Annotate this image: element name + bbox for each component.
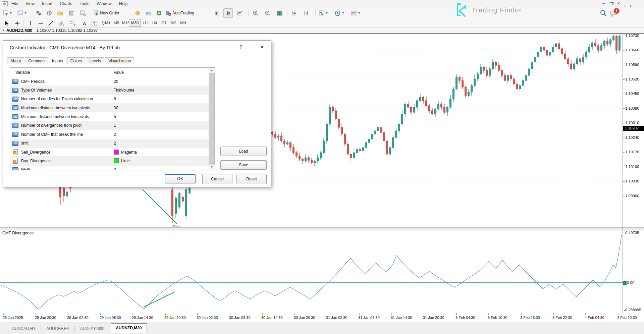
parameter-value[interactable]: 5 <box>110 112 209 121</box>
input-row[interactable]: 123Number of CMF that break the line2 <box>10 130 209 139</box>
mt4-app-icon <box>2 1 8 6</box>
profiles-button[interactable] <box>17 8 27 18</box>
input-row[interactable]: 123Maximum distance between two pivots30 <box>10 104 209 112</box>
parameter-value[interactable]: Magenta <box>110 148 209 156</box>
time-axis-label: 3 Feb 10:30 <box>488 316 507 320</box>
market-watch-button[interactable] <box>34 8 43 18</box>
data-window-button[interactable] <box>67 8 76 18</box>
line-chart-mode-button[interactable] <box>235 8 244 18</box>
parameter-value[interactable]: 20 <box>110 77 209 86</box>
horizontal-line-tool-button[interactable] <box>36 19 45 27</box>
metaeditor-button[interactable] <box>133 8 142 18</box>
window-restore-button[interactable] <box>608 1 614 6</box>
save-button[interactable]: Save <box>220 160 267 170</box>
input-row[interactable]: 123shift2 <box>10 139 209 148</box>
templates-button[interactable] <box>350 8 361 18</box>
text-tool-button[interactable]: A <box>80 19 89 27</box>
candlestick-mode-button[interactable] <box>223 8 233 18</box>
text-label-tool-button[interactable]: T <box>90 19 99 27</box>
tab-prev-icon[interactable]: ‹ <box>624 3 630 8</box>
scrollbar-thumb[interactable] <box>209 73 215 165</box>
scroll-down-button[interactable]: ▼ <box>209 164 215 170</box>
tab-scroll-arrows[interactable]: ‹› <box>624 3 635 8</box>
fibonacci-tool-button[interactable]: F <box>68 19 77 27</box>
timeframe-mn[interactable]: MN <box>178 19 189 27</box>
input-row[interactable]: Sell_DivergenceMagenta <box>10 148 209 157</box>
menu-file[interactable]: File <box>8 0 22 7</box>
parameter-value[interactable]: 2 <box>110 166 209 170</box>
parameter-value[interactable]: Lime <box>110 157 209 165</box>
menu-tools[interactable]: Tools <box>76 0 93 7</box>
input-row[interactable]: 123Number of divergences from pivot1 <box>10 121 209 130</box>
dialog-tab-levels[interactable]: Levels <box>86 57 104 64</box>
parameter-value[interactable]: 2 <box>110 130 209 138</box>
dialog-tab-inputs[interactable]: Inputs <box>49 57 66 64</box>
crosshair-tool-button[interactable] <box>13 19 21 27</box>
trendline-tool-button[interactable] <box>46 19 55 27</box>
parameter-value[interactable]: 2 <box>110 139 209 148</box>
new-order-button[interactable]: New Order <box>93 8 121 18</box>
tile-windows-button[interactable] <box>275 8 284 18</box>
chart-tab-audjpy-m30[interactable]: AUDJPY,M30 <box>75 325 109 333</box>
menu-view[interactable]: View <box>22 0 38 7</box>
parameter-value[interactable]: 30 <box>110 104 209 112</box>
vertical-line-tool-button[interactable] <box>26 19 35 27</box>
input-row[interactable]: 123Width2 <box>10 166 209 170</box>
chart-tab-audcad-h1[interactable]: AUDCAD,H1 <box>7 325 40 333</box>
chart-tab-audnzd-m30[interactable]: AUDNZD,M30 <box>111 323 147 333</box>
dialog-resize-grip[interactable] <box>267 183 269 185</box>
cancel-button[interactable]: Cancel <box>202 174 232 184</box>
timeframe-h4[interactable]: H4 <box>150 19 160 27</box>
indicators-button[interactable] <box>318 8 328 18</box>
input-row[interactable]: 123Number of candles for Pivots calculat… <box>10 95 209 104</box>
load-button[interactable]: Load <box>220 147 267 156</box>
window-close-button[interactable]: ✕ <box>616 1 621 6</box>
new-chart-button[interactable] <box>2 8 12 18</box>
ok-button[interactable]: OK <box>165 174 196 183</box>
timeframe-h1[interactable]: H1 <box>141 19 151 27</box>
symbol-dropdown-icon[interactable]: ▼ <box>2 29 5 32</box>
dialog-tab-visualization[interactable]: Visualization <box>105 57 134 64</box>
timeframe-m30[interactable]: M30 <box>129 19 141 27</box>
menu-window[interactable]: Window <box>93 0 115 7</box>
table-scrollbar[interactable]: ▲ ▼ <box>209 68 215 170</box>
menu-charts[interactable]: Charts <box>56 0 76 7</box>
reset-button[interactable]: Reset <box>236 174 267 184</box>
scroll-up-button[interactable]: ▲ <box>209 68 215 73</box>
chart-shift-button[interactable] <box>302 8 311 18</box>
dialog-tab-colors[interactable]: Colors <box>67 57 86 64</box>
dialog-help-button[interactable]: ? <box>237 44 245 51</box>
dialog-close-button[interactable]: ✕ <box>258 44 266 51</box>
input-row[interactable]: 123Minimum distance between two pivots5 <box>10 112 209 121</box>
menu-help[interactable]: Help <box>115 0 131 7</box>
chart-title-bar: ▼ AUDNZD,M30 1.10307 1.10315 1.10282 1.1… <box>0 27 644 34</box>
menu-insert[interactable]: Insert <box>38 0 56 7</box>
history-center-button[interactable] <box>78 8 88 18</box>
timeframe-d1[interactable]: D1 <box>159 19 169 27</box>
search-button[interactable] <box>600 9 608 17</box>
bar-chart-mode-button[interactable] <box>213 8 222 18</box>
periods-button[interactable] <box>334 8 344 18</box>
dialog-tab-about[interactable]: About <box>7 57 24 64</box>
parameter-value[interactable]: TickVolume <box>110 86 209 94</box>
navigator-button[interactable] <box>45 8 54 18</box>
signals-button[interactable] <box>154 8 164 18</box>
line-studies-toolbar: E F A T M1M5M15M30H1H4D1W1MN <box>0 18 644 28</box>
window-minimize-button[interactable] <box>601 1 606 6</box>
zoom-out-button[interactable] <box>263 8 272 18</box>
market-button[interactable] <box>144 8 153 18</box>
parameter-value[interactable]: 1 <box>110 121 209 130</box>
equidistant-channel-tool-button[interactable]: E <box>57 19 66 27</box>
dialog-tab-common[interactable]: Common <box>25 57 48 64</box>
input-row[interactable]: Buy_DivergenceLime <box>10 157 209 165</box>
parameter-value[interactable]: 8 <box>110 95 209 103</box>
input-row[interactable]: 123Type Of VolumesTickVolume <box>10 86 209 95</box>
zoom-in-button[interactable] <box>251 8 260 18</box>
tab-next-icon[interactable]: › <box>630 3 635 8</box>
auto-scroll-button[interactable] <box>290 8 299 18</box>
autotrading-button[interactable]: AutoTrading <box>165 8 196 18</box>
chart-tab-audchf-h4[interactable]: AUDCHF,H4 <box>42 325 73 333</box>
cursor-tool-button[interactable] <box>2 19 11 27</box>
favorites-button[interactable] <box>55 8 65 18</box>
input-row[interactable]: 123CMF Periods20 <box>10 77 209 86</box>
